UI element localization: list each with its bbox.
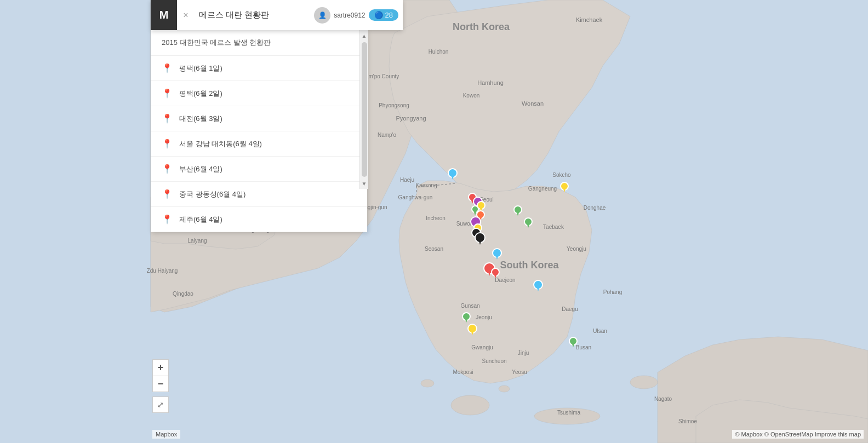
svg-point-5 <box>421 379 434 387</box>
username: sartre0912 <box>334 11 365 19</box>
svg-text:Wonsan: Wonsan <box>522 100 544 107</box>
svg-text:South Korea: South Korea <box>500 260 559 271</box>
item-label: 서울 강남 대치동(6월 4일) <box>179 139 262 149</box>
svg-point-2 <box>630 376 658 389</box>
item-label: 평택(6월 1일) <box>179 64 222 73</box>
mapbox-text: Mapbox <box>156 431 177 438</box>
svg-text:Taebaek: Taebaek <box>543 224 564 230</box>
sidebar: 2015 대한민국 메르스 발생 현황판 📍 평택(6월 1일) 📍 평택(6월… <box>151 30 367 232</box>
list-item[interactable]: 📍 평택(6월 2일) <box>151 81 367 106</box>
item-label: 평택(6월 2일) <box>179 89 222 99</box>
svg-text:Daegu: Daegu <box>562 306 578 312</box>
notification-icon: 🔵 <box>374 11 383 19</box>
close-button[interactable]: × <box>177 0 195 30</box>
svg-text:Tsushima: Tsushima <box>557 410 581 416</box>
pin-icon: 📍 <box>162 139 173 149</box>
svg-text:Phyongsong: Phyongsong <box>379 102 409 108</box>
svg-text:Hamhung: Hamhung <box>477 79 504 86</box>
svg-text:Ulsan: Ulsan <box>593 328 607 334</box>
user-avatar: 👤 <box>314 7 330 24</box>
list-item[interactable]: 📍 제주(6월 4일) <box>151 207 367 232</box>
svg-text:Suncheon: Suncheon <box>482 358 506 364</box>
svg-text:Gunsan: Gunsan <box>460 303 479 309</box>
svg-text:Nagato: Nagato <box>654 396 672 402</box>
svg-text:Kaesong: Kaesong <box>415 182 437 188</box>
svg-text:Gwangju: Gwangju <box>471 344 493 350</box>
svg-text:Namp'o: Namp'o <box>378 132 397 138</box>
svg-text:Busan: Busan <box>576 344 591 350</box>
item-label: 대전(6월 3일) <box>179 114 222 124</box>
svg-text:Seosan: Seosan <box>425 246 443 252</box>
scroll-up-button[interactable]: ▲ <box>360 30 369 41</box>
mapbox-logo: Mapbox <box>152 430 180 439</box>
user-area: 👤 sartre0912 🔵 28 <box>314 7 403 24</box>
sidebar-scrollbar[interactable]: ▲ ▼ <box>359 30 368 189</box>
scroll-down-button[interactable]: ▼ <box>360 178 369 189</box>
list-item[interactable]: 📍 대전(6월 3일) <box>151 106 367 131</box>
fullscreen-button[interactable]: ⤢ <box>152 396 169 413</box>
pin-icon: 📍 <box>162 88 173 99</box>
svg-text:Huichon: Huichon <box>429 49 449 55</box>
sidebar-title: 2015 대한민국 메르스 발생 현황판 <box>151 30 367 56</box>
list-item[interactable]: 📍 부산(6월 4일) <box>151 157 367 182</box>
svg-text:Gangneung: Gangneung <box>528 186 557 192</box>
svg-text:Sokcho: Sokcho <box>552 172 571 178</box>
svg-text:Kimchaek: Kimchaek <box>576 16 603 23</box>
svg-text:Daejeon: Daejeon <box>495 277 515 283</box>
svg-text:Jeonju: Jeonju <box>476 314 492 320</box>
svg-text:Pohang: Pohang <box>603 289 622 295</box>
svg-text:Donghae: Donghae <box>584 205 606 211</box>
notification-count: 28 <box>385 11 393 19</box>
pin-icon: 📍 <box>162 214 173 225</box>
svg-text:Yeosu: Yeosu <box>512 369 527 375</box>
svg-text:Mokposi: Mokposi <box>453 369 473 375</box>
map-title: 메르스 대란 현황판 <box>195 10 314 20</box>
pin-icon: 📍 <box>162 113 173 124</box>
item-label: 제주(6월 4일) <box>179 215 222 225</box>
svg-point-4 <box>451 395 489 415</box>
svg-text:Haeju: Haeju <box>400 177 414 183</box>
pin-icon: 📍 <box>162 189 173 199</box>
svg-text:Zdu Haiyang: Zdu Haiyang <box>147 268 178 274</box>
svg-text:Qingdao: Qingdao <box>173 291 193 297</box>
svg-text:North Korea: North Korea <box>453 21 510 32</box>
svg-text:Pyongyang: Pyongyang <box>396 115 426 122</box>
scroll-thumb[interactable] <box>362 42 367 177</box>
header: M × 메르스 대란 현황판 👤 sartre0912 🔵 28 <box>151 0 403 30</box>
logo-text: M <box>159 9 169 21</box>
svg-text:Ganghwa-gun: Ganghwa-gun <box>398 194 433 200</box>
notification-badge[interactable]: 🔵 28 <box>369 9 398 21</box>
logo: M <box>151 0 177 30</box>
map-svg: North Korea South Korea Pyongyang Hamhun… <box>0 0 868 443</box>
svg-text:Laiyang: Laiyang <box>187 238 207 244</box>
pin-icon: 📍 <box>162 164 173 174</box>
svg-point-6 <box>499 386 510 392</box>
svg-text:Yeongju: Yeongju <box>567 246 586 252</box>
svg-text:Shimoe: Shimoe <box>678 418 697 424</box>
zoom-out-button[interactable]: − <box>152 376 169 392</box>
list-item[interactable]: 📍 서울 강남 대치동(6월 4일) <box>151 131 367 157</box>
list-item[interactable]: 📍 평택(6월 1일) <box>151 56 367 81</box>
zoom-in-button[interactable]: + <box>152 359 169 376</box>
item-label: 중국 광동성(6월 4일) <box>179 189 245 199</box>
pin-icon: 📍 <box>162 63 173 73</box>
svg-text:Jinju: Jinju <box>518 350 529 356</box>
svg-text:Incheon: Incheon <box>426 215 446 221</box>
item-label: 부산(6월 4일) <box>179 164 222 174</box>
list-item[interactable]: 📍 중국 광동성(6월 4일) <box>151 182 367 207</box>
map-attribution: © Mapbox © OpenStreetMap Improve this ma… <box>732 430 864 439</box>
svg-text:Kowon: Kowon <box>463 93 480 99</box>
map-container: North Korea South Korea Pyongyang Hamhun… <box>0 0 868 443</box>
map-controls: + − ⤢ <box>152 359 169 413</box>
